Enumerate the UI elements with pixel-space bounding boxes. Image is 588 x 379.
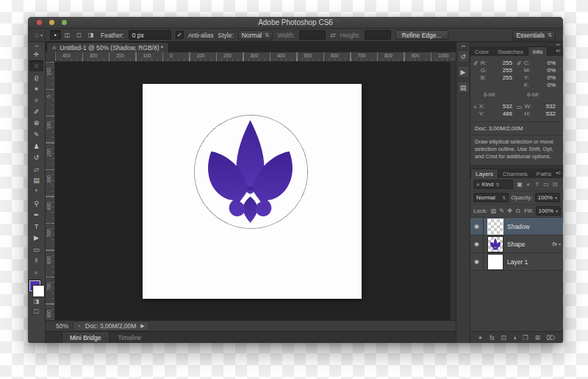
chevron-down-icon: ▾ bbox=[556, 208, 558, 213]
actions-panel-icon[interactable]: ▶ bbox=[457, 65, 470, 78]
tool-shape[interactable]: ▭ bbox=[29, 244, 43, 255]
tool-healing-brush[interactable]: ⊕ bbox=[29, 118, 43, 130]
height-input[interactable] bbox=[365, 30, 391, 40]
status-arrow-icon[interactable]: ▶ bbox=[140, 323, 144, 329]
layer-style-icon[interactable]: fx bbox=[490, 334, 495, 341]
opacity-select[interactable]: 100% ▾ bbox=[535, 193, 560, 202]
quick-mask-button[interactable]: ◨ bbox=[31, 297, 43, 306]
zoom-level-field[interactable]: 50% bbox=[56, 322, 68, 330]
tool-blur[interactable]: ❜ bbox=[29, 186, 43, 198]
filter-type-layers-icon[interactable]: T bbox=[533, 181, 542, 188]
layers-panel-body: ⌕ Kind ⇅ ▣◐T▭⊡ Normal ⇅ Opacity: bbox=[470, 178, 563, 343]
layer-effects-badge[interactable]: fx ▾ bbox=[553, 241, 563, 247]
close-window-button[interactable] bbox=[37, 20, 42, 25]
tool-lasso[interactable]: ϱ bbox=[29, 71, 43, 83]
tool-presets-panel-icon[interactable]: ▤ bbox=[457, 81, 470, 93]
tool-magic-wand[interactable]: ✶ bbox=[29, 83, 43, 95]
layer-thumbnail[interactable] bbox=[487, 219, 503, 235]
tools-collapse-icon[interactable]: ◂◂ bbox=[35, 42, 38, 49]
vertical-ruler[interactable]: 100010020030040050060070080090010001100 bbox=[46, 62, 55, 320]
panel-menu-icon[interactable]: ▾≡ bbox=[556, 48, 561, 53]
visibility-eye-icon[interactable]: ◉ bbox=[470, 218, 484, 235]
adjustment-layer-icon[interactable]: ◑ bbox=[512, 334, 516, 341]
tool-preset-picker[interactable]: ◌ ▾ bbox=[32, 30, 46, 40]
tool-type[interactable]: T bbox=[29, 221, 43, 233]
tool-zoom[interactable]: ⌕ bbox=[29, 266, 43, 278]
tab-paths[interactable]: Paths bbox=[532, 169, 556, 178]
layer-thumbnail[interactable] bbox=[487, 236, 503, 252]
filter-pixel-layers-icon[interactable]: ▣ bbox=[515, 181, 524, 188]
subtract-from-selection-button[interactable]: ◻ bbox=[74, 30, 85, 40]
refine-edge-button[interactable]: Refine Edge... bbox=[395, 30, 448, 40]
canvas-document[interactable] bbox=[143, 84, 362, 299]
kind-filter-select[interactable]: ⌕ Kind ⇅ bbox=[473, 180, 513, 189]
canvas-scrollbar[interactable] bbox=[450, 62, 456, 320]
filter-smart-objects-icon[interactable]: ⊡ bbox=[551, 181, 559, 188]
background-color-swatch[interactable] bbox=[33, 286, 44, 297]
filter-adjustment-layers-icon[interactable]: ◐ bbox=[524, 181, 533, 188]
workspace-select[interactable]: Essentials ⇅ bbox=[512, 30, 556, 40]
canvas-viewport[interactable] bbox=[55, 62, 456, 320]
tool-move[interactable]: ✛ bbox=[29, 49, 43, 60]
tool-eraser[interactable]: ▱ bbox=[29, 163, 43, 175]
bottom-tab-timeline[interactable]: Timeline bbox=[111, 332, 149, 343]
layer-row[interactable]: ◉ Shadow bbox=[470, 218, 563, 235]
anti-alias-checkbox[interactable]: ✓ bbox=[176, 31, 184, 39]
dock-expand-icon[interactable]: ◂◂ bbox=[461, 42, 465, 50]
chevron-down-icon: ▾ bbox=[559, 242, 561, 247]
lock-position-icon[interactable]: ✥ bbox=[506, 208, 514, 214]
lock-pixels-icon[interactable]: ✎ bbox=[498, 208, 506, 214]
layer-row[interactable]: ◉ Layer 1 bbox=[470, 253, 563, 271]
tool-history-brush[interactable]: ↺ bbox=[29, 152, 43, 163]
panel-menu-icon[interactable]: ▾≡ bbox=[556, 170, 561, 175]
close-tab-icon[interactable]: × bbox=[52, 44, 56, 52]
minimize-window-button[interactable] bbox=[49, 20, 54, 25]
add-mask-icon[interactable]: ⊡ bbox=[501, 334, 506, 341]
tab-info[interactable]: Info bbox=[528, 46, 548, 56]
tab-channels[interactable]: Channels bbox=[498, 169, 532, 178]
screen-mode-button[interactable]: ▢ bbox=[31, 306, 43, 316]
tool-elliptical-marquee[interactable]: ◌ bbox=[29, 60, 43, 72]
tool-eyedropper[interactable]: ✐ bbox=[29, 106, 43, 118]
tool-brush[interactable]: ✎ bbox=[29, 129, 43, 141]
filter-shape-layers-icon[interactable]: ▭ bbox=[542, 181, 551, 188]
tab-color[interactable]: Color bbox=[470, 47, 493, 56]
visibility-eye-icon[interactable]: ◉ bbox=[470, 235, 484, 252]
tool-gradient[interactable]: ▤ bbox=[29, 175, 43, 187]
feather-input[interactable]: 0 px bbox=[129, 30, 171, 40]
new-layer-icon[interactable]: ⊞ bbox=[535, 334, 540, 341]
title-bar[interactable]: Adobe Photoshop CS6 bbox=[28, 17, 563, 29]
zoom-window-button[interactable] bbox=[62, 20, 67, 25]
lock-transparency-icon[interactable]: ▨ bbox=[490, 208, 498, 214]
bottom-tab-mini-bridge[interactable]: Mini Bridge bbox=[62, 332, 110, 343]
tool-hand[interactable]: ✌ bbox=[29, 255, 43, 267]
tab-layers[interactable]: Layers bbox=[470, 169, 498, 178]
document-tab[interactable]: × Untitled-1 @ 50% (Shadow, RGB/8) * bbox=[46, 42, 169, 52]
tab-swatches[interactable]: Swatches bbox=[493, 47, 528, 56]
document-area: × Untitled-1 @ 50% (Shadow, RGB/8) * 400… bbox=[46, 42, 456, 343]
new-selection-button[interactable]: ▪ bbox=[50, 30, 61, 40]
fill-select[interactable]: 100% ▾ bbox=[536, 206, 561, 216]
width-input[interactable] bbox=[299, 30, 326, 40]
link-layers-icon[interactable]: ⚭ bbox=[478, 334, 483, 341]
intersect-selection-button[interactable]: ◨ bbox=[85, 30, 96, 40]
tool-dodge[interactable]: ⚲ bbox=[29, 198, 43, 210]
anti-alias-label: Anti-alias bbox=[188, 32, 214, 39]
tool-clone-stamp[interactable]: ♟ bbox=[29, 141, 43, 152]
layer-thumbnail[interactable] bbox=[487, 254, 503, 270]
history-panel-icon[interactable]: ↺ bbox=[457, 50, 470, 63]
tool-pen[interactable]: ✒ bbox=[29, 209, 43, 221]
new-group-icon[interactable]: ❒ bbox=[523, 334, 528, 341]
link-dimensions-icon[interactable]: ⇄ bbox=[330, 32, 336, 39]
visibility-eye-icon[interactable]: ◉ bbox=[470, 253, 484, 270]
layer-row[interactable]: ◉ Shape fx ▾ bbox=[470, 235, 563, 253]
horizontal-ruler[interactable]: 4003002001000100200300400500600700800900… bbox=[55, 52, 456, 61]
style-select[interactable]: Normal ⇅ bbox=[238, 30, 273, 40]
doc-size-status[interactable]: ◔ Doc: 3,00M/2,00M ▶ bbox=[73, 321, 149, 331]
delete-layer-icon[interactable]: ⌦ bbox=[547, 334, 556, 341]
tool-path-selection[interactable]: ▶ bbox=[29, 233, 43, 244]
tool-crop[interactable]: ⌗ bbox=[29, 94, 43, 106]
blend-mode-select[interactable]: Normal ⇅ bbox=[473, 193, 509, 202]
add-to-selection-button[interactable]: ◫ bbox=[62, 30, 73, 40]
lock-all-icon[interactable]: Ω bbox=[514, 208, 522, 214]
